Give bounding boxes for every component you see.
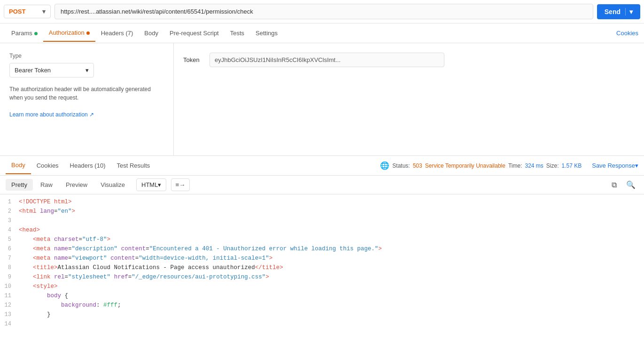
token-label: Token bbox=[183, 56, 202, 63]
auth-type-chevron-icon: ▾ bbox=[85, 67, 89, 74]
copy-icon[interactable]: ⧉ bbox=[609, 179, 620, 191]
line-number: 3 bbox=[0, 217, 19, 224]
view-visualize-button[interactable]: Visualize bbox=[95, 179, 131, 191]
format-chevron-icon: ▾ bbox=[158, 181, 161, 188]
code-line: 10 <style> bbox=[0, 283, 644, 292]
resp-tab-headers[interactable]: Headers (10) bbox=[64, 157, 111, 174]
auth-right: Token bbox=[174, 43, 644, 155]
line-number: 6 bbox=[0, 246, 19, 252]
method-chevron-icon: ▾ bbox=[42, 8, 46, 15]
code-line: 3 bbox=[0, 217, 644, 226]
line-number: 12 bbox=[0, 302, 19, 309]
code-line: 2<html lang="en"> bbox=[0, 208, 644, 217]
globe-icon: 🌐 bbox=[380, 161, 389, 170]
wrap-button[interactable]: ≡→ bbox=[171, 178, 189, 191]
line-number: 10 bbox=[0, 283, 19, 290]
code-line: 1<!DOCTYPE html> bbox=[0, 198, 644, 208]
send-dropdown-icon[interactable]: ▾ bbox=[625, 8, 633, 15]
code-line: 4<head> bbox=[0, 226, 644, 236]
view-raw-button[interactable]: Raw bbox=[35, 179, 58, 191]
search-icon[interactable]: 🔍 bbox=[623, 178, 638, 191]
code-line: 13 } bbox=[0, 311, 644, 320]
line-number: 14 bbox=[0, 321, 19, 327]
time-label: Time: bbox=[508, 162, 522, 169]
line-number: 1 bbox=[0, 199, 19, 205]
code-line: 14 bbox=[0, 320, 644, 330]
cookies-link[interactable]: Cookies bbox=[616, 30, 638, 37]
line-content: <meta name="description" content="Encoun… bbox=[19, 246, 644, 252]
auth-dot bbox=[86, 31, 90, 35]
code-line: 9 <link rel="stylesheet" href="/_edge/re… bbox=[0, 273, 644, 283]
learn-more-link[interactable]: Learn more about authorization ↗ bbox=[9, 111, 94, 118]
resp-tab-test-results[interactable]: Test Results bbox=[111, 157, 155, 174]
code-view[interactable]: 1<!DOCTYPE html>2<html lang="en">34<head… bbox=[0, 194, 644, 359]
line-number: 9 bbox=[0, 274, 19, 280]
resp-tab-body[interactable]: Body bbox=[6, 157, 31, 174]
token-row: Token bbox=[183, 53, 635, 67]
line-content: <!DOCTYPE html> bbox=[19, 199, 644, 205]
wrap-icon: ≡→ bbox=[175, 181, 185, 188]
line-content: <style> bbox=[19, 283, 644, 290]
view-pretty-button[interactable]: Pretty bbox=[6, 179, 33, 191]
auth-type-select[interactable]: Bearer Token ▾ bbox=[9, 63, 94, 77]
method-label: POST bbox=[9, 8, 25, 15]
line-content: <meta name="viewport" content="width=dev… bbox=[19, 255, 644, 262]
resp-tab-cookies[interactable]: Cookies bbox=[31, 157, 64, 174]
tab-tests[interactable]: Tests bbox=[225, 25, 250, 41]
auth-left: Type Bearer Token ▾ The authorization he… bbox=[0, 43, 174, 155]
code-line: 12 background: #fff; bbox=[0, 301, 644, 311]
auth-type-label: Type bbox=[9, 53, 164, 59]
line-number: 5 bbox=[0, 236, 19, 243]
request-tabs: Params Authorization Headers (7) Body Pr… bbox=[0, 23, 644, 43]
line-number: 8 bbox=[0, 264, 19, 271]
url-input[interactable] bbox=[54, 4, 593, 19]
params-dot bbox=[34, 32, 38, 35]
code-line: 11 body { bbox=[0, 292, 644, 301]
top-bar: POST ▾ Send ▾ bbox=[0, 0, 644, 23]
auth-note: The authorization header will be automat… bbox=[9, 85, 164, 119]
tab-headers[interactable]: Headers (7) bbox=[95, 25, 139, 41]
size-label: Size: bbox=[546, 162, 559, 169]
response-tabs-bar: Body Cookies Headers (10) Test Results 🌐… bbox=[0, 156, 644, 176]
auth-type-value: Bearer Token bbox=[15, 67, 51, 74]
format-select[interactable]: HTML ▾ bbox=[136, 178, 166, 191]
tab-authorization[interactable]: Authorization bbox=[43, 24, 95, 42]
line-number: 2 bbox=[0, 208, 19, 215]
status-text: Service Temporarily Unavailable bbox=[425, 162, 505, 169]
code-line: 8 <title>Atlassian Cloud Notifications -… bbox=[0, 264, 644, 273]
format-value: HTML bbox=[141, 181, 158, 188]
line-content: <head> bbox=[19, 227, 644, 233]
view-preview-button[interactable]: Preview bbox=[60, 179, 93, 191]
response-section: Body Cookies Headers (10) Test Results 🌐… bbox=[0, 156, 644, 359]
line-number: 7 bbox=[0, 255, 19, 262]
line-content: <title>Atlassian Cloud Notifications - P… bbox=[19, 264, 644, 271]
token-input[interactable] bbox=[209, 53, 444, 67]
tab-pre-request[interactable]: Pre-request Script bbox=[164, 25, 225, 41]
tab-settings[interactable]: Settings bbox=[250, 25, 283, 41]
status-label: Status: bbox=[392, 162, 410, 169]
line-content: body { bbox=[19, 293, 644, 299]
tab-body[interactable]: Body bbox=[139, 25, 164, 41]
time-value: 324 ms bbox=[525, 162, 543, 169]
status-info: 🌐 Status: 503 Service Temporarily Unavai… bbox=[380, 161, 638, 170]
save-response-button[interactable]: Save Response ▾ bbox=[592, 162, 638, 169]
size-value: 1.57 KB bbox=[562, 162, 582, 169]
code-line: 7 <meta name="viewport" content="width=d… bbox=[0, 255, 644, 264]
line-number: 4 bbox=[0, 227, 19, 233]
line-content: <meta charset="utf-8"> bbox=[19, 236, 644, 243]
tab-params[interactable]: Params bbox=[6, 25, 43, 41]
line-content: } bbox=[19, 311, 644, 318]
auth-panel: Type Bearer Token ▾ The authorization he… bbox=[0, 43, 644, 156]
send-label: Send bbox=[605, 8, 621, 15]
method-select[interactable]: POST ▾ bbox=[4, 5, 51, 18]
line-number: 11 bbox=[0, 293, 19, 299]
code-line: 6 <meta name="description" content="Enco… bbox=[0, 245, 644, 255]
line-number: 13 bbox=[0, 311, 19, 318]
code-line: 5 <meta charset="utf-8"> bbox=[0, 236, 644, 245]
save-response-chevron-icon: ▾ bbox=[635, 162, 638, 169]
line-content: <html lang="en"> bbox=[19, 208, 644, 215]
send-button[interactable]: Send ▾ bbox=[597, 4, 640, 19]
status-code: 503 bbox=[413, 162, 422, 169]
line-content: background: #fff; bbox=[19, 302, 644, 309]
format-bar: Pretty Raw Preview Visualize HTML ▾ ≡→ ⧉… bbox=[0, 176, 644, 194]
